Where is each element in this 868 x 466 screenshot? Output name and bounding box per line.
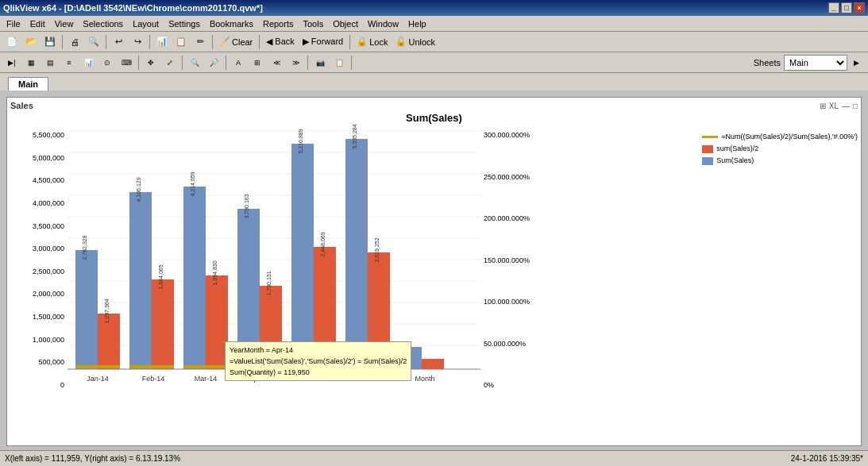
bar-mar-blue <box>183 187 206 369</box>
menu-bookmarks[interactable]: Bookmarks <box>205 17 258 30</box>
edit-mode-button[interactable]: ✏ <box>191 33 209 51</box>
bar-feb-blue <box>129 192 152 369</box>
print-button[interactable]: 🖨 <box>66 33 83 51</box>
tb2-btn12[interactable]: A <box>230 54 247 71</box>
redo-button[interactable]: ↪ <box>129 33 146 51</box>
tb2-btn9[interactable]: ⤢ <box>161 54 179 71</box>
legend-label-red: sum(Sales)/2 <box>716 143 758 155</box>
sheets-label: Sheets <box>754 58 781 67</box>
list-icon: ≡ <box>67 59 71 67</box>
status-left: X(left axis) = 111,959, Y(right axis) = … <box>5 454 180 463</box>
new-icon: 📄 <box>6 37 17 47</box>
menu-reports[interactable]: Reports <box>258 17 299 30</box>
sep9 <box>226 56 226 70</box>
tb2-btn15[interactable]: ≫ <box>287 54 304 71</box>
legend-item-formula: =Num((Sum(Sales)/2)/Sum(Sales),'#.00%') <box>702 131 858 143</box>
menu-file[interactable]: File <box>2 17 25 30</box>
legend-color-red <box>702 145 713 153</box>
label-jun-red: 2,619,252 <box>374 237 380 262</box>
open-button[interactable]: 📂 <box>22 33 40 51</box>
clear-button[interactable]: 🧹 Clear <box>216 33 256 51</box>
sep11 <box>351 56 352 70</box>
tb2-btn17[interactable]: 📋 <box>330 54 348 71</box>
label-jan-red: 1,297,364 <box>104 298 110 323</box>
tb2-btn3[interactable]: ▤ <box>41 54 59 71</box>
sheets-arrow-button[interactable]: ▶ <box>847 54 865 71</box>
minimize-button[interactable]: _ <box>828 2 839 13</box>
tb2-btn13[interactable]: ⊞ <box>249 54 266 71</box>
print-icon: 🖨 <box>71 37 79 47</box>
chart-icon-xl[interactable]: XL <box>829 102 839 110</box>
menu-settings[interactable]: Settings <box>164 17 205 30</box>
tooltip-line1: YearMonth = Apr-14 <box>230 345 407 356</box>
chart-tooltip: YearMonth = Apr-14 =ValueList('Sum(Sales… <box>225 341 411 381</box>
bar-feb-yellow <box>129 365 174 368</box>
label-mar-red: 1,994,830 <box>212 260 218 285</box>
bar-jan-blue <box>75 250 98 369</box>
tab-main[interactable]: Main <box>8 77 48 91</box>
lock-label: Lock <box>369 37 388 47</box>
tb2-btn16[interactable]: 📷 <box>311 54 329 71</box>
tb2-btn6[interactable]: ⊙ <box>98 54 116 71</box>
sep4 <box>212 35 213 49</box>
label-feb-blue: 4,106,129 <box>136 177 141 202</box>
sep10 <box>307 56 308 70</box>
chart-icon-minimize[interactable]: — <box>842 102 850 110</box>
unlock-button[interactable]: 🔓 Unlock <box>392 33 438 51</box>
menu-window[interactable]: Window <box>363 17 403 30</box>
menu-edit[interactable]: Edit <box>25 17 50 30</box>
menu-view[interactable]: View <box>50 17 79 30</box>
main-content: Sales ⊞ XL — □ Sum(Sales) 5,500,000 5,00… <box>0 91 868 466</box>
tb2-btn7[interactable]: ⌨ <box>118 54 135 71</box>
chart2-icon: 📊 <box>84 59 93 67</box>
zoom2-icon: 🔎 <box>210 59 218 67</box>
eraser-icon: 🧹 <box>219 37 230 47</box>
menu-help[interactable]: Help <box>403 17 431 30</box>
lock-button[interactable]: 🔒 Lock <box>353 33 391 51</box>
tb2-btn2[interactable]: ▦ <box>22 54 40 71</box>
sep3 <box>149 35 150 49</box>
undo-button[interactable]: ↩ <box>110 33 127 51</box>
tb2-btn10[interactable]: 🔍 <box>186 54 203 71</box>
preview-button[interactable]: 🔍 <box>85 33 102 51</box>
menu-tools[interactable]: Tools <box>298 17 328 30</box>
xlabel-month: Month <box>415 375 434 383</box>
bar-may-blue <box>291 144 314 369</box>
label-feb-red: 1,944,065 <box>158 264 164 289</box>
chart-icon-maximize[interactable]: ⊞ <box>820 102 826 110</box>
label-may-blue: 5,210,889 <box>298 129 303 153</box>
chart-title-bar: Sales ⊞ XL — □ <box>10 101 858 110</box>
save-button[interactable]: 💾 <box>41 33 59 51</box>
menu-selections[interactable]: Selections <box>78 17 128 30</box>
table-button[interactable]: 📋 <box>172 33 190 51</box>
close-button[interactable]: × <box>854 2 865 13</box>
new-button[interactable]: 📄 <box>3 33 21 51</box>
label-jun-blue: 5,335,284 <box>352 124 357 148</box>
tb2-btn8[interactable]: ✥ <box>142 54 160 71</box>
redo-icon: ↪ <box>134 37 141 47</box>
chart-icon-close2[interactable]: □ <box>853 102 858 110</box>
chart-container: Sales ⊞ XL — □ Sum(Sales) 5,500,000 5,00… <box>6 97 862 446</box>
chart-button[interactable]: 📊 <box>153 33 171 51</box>
bar-jul-red <box>422 359 444 369</box>
menu-object[interactable]: Object <box>328 17 363 30</box>
y-axis-right: 300.000.000% 250.000.000% 200.000.000% 1… <box>480 127 552 405</box>
menu-layout[interactable]: Layout <box>128 17 164 30</box>
tb2-btn5[interactable]: 📊 <box>79 54 97 71</box>
sep8 <box>182 56 183 70</box>
status-bar: X(left axis) = 111,959, Y(right axis) = … <box>0 450 868 466</box>
tb2-btn4[interactable]: ≡ <box>60 54 78 71</box>
back-button[interactable]: ◀ Back <box>263 33 298 51</box>
tb2-btn14[interactable]: ≪ <box>268 54 285 71</box>
tb2-btn11[interactable]: 🔎 <box>205 54 222 71</box>
open-icon: 📂 <box>25 37 37 47</box>
zoom-icon: 🔍 <box>191 59 199 67</box>
sheets-select[interactable]: Main <box>784 55 847 71</box>
restore-button[interactable]: □ <box>841 2 852 13</box>
sep6 <box>349 35 350 49</box>
forward-button[interactable]: ▶ Forward <box>299 33 346 51</box>
tb2-btn1[interactable]: ▶| <box>3 54 21 71</box>
title-bar: QlikView x64 - [D:\ADell 3542\NEw\Chrome… <box>0 0 868 16</box>
table2-icon: ▤ <box>47 59 54 67</box>
bar-mar-yellow <box>183 365 228 368</box>
